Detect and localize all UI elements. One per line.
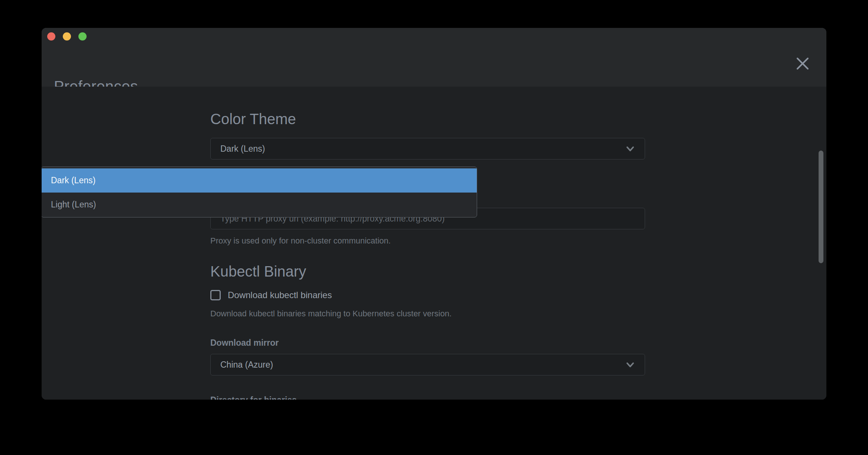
close-button[interactable] (794, 55, 811, 72)
theme-dropdown-menu: Dark (Lens) Light (Lens) (42, 167, 477, 217)
minimize-window-button[interactable] (63, 32, 71, 41)
theme-select-value: Dark (Lens) (220, 144, 265, 154)
dropdown-option-light-lens[interactable]: Light (Lens) (42, 193, 477, 217)
titlebar: Preferences (42, 28, 826, 87)
kubectl-hint-text: Download kubectl binaries matching to Ku… (210, 309, 645, 319)
window-controls (47, 32, 87, 41)
kubectl-binary-heading: Kubectl Binary (210, 263, 645, 280)
dropdown-option-dark-lens[interactable]: Dark (Lens) (42, 168, 477, 193)
zoom-window-button[interactable] (78, 32, 87, 41)
preferences-content: Color Theme Dark (Lens) Dark (Lens) Ligh… (42, 87, 826, 400)
preferences-window: Preferences Color Theme Dark (Lens) Dark… (42, 28, 826, 400)
download-kubectl-checkbox[interactable] (210, 290, 221, 300)
chevron-down-icon (625, 143, 636, 154)
download-kubectl-checkbox-row[interactable]: Download kubectl binaries (210, 290, 645, 300)
mirror-select-value: China (Azure) (220, 360, 273, 370)
theme-select[interactable]: Dark (Lens) (210, 138, 645, 159)
proxy-hint-text: Proxy is used only for non-cluster commu… (210, 236, 645, 246)
download-mirror-label: Download mirror (210, 338, 645, 348)
directory-for-binaries-label: Directory for binaries (210, 395, 645, 400)
close-icon (796, 57, 810, 71)
color-theme-heading: Color Theme (210, 111, 645, 128)
close-window-button[interactable] (47, 32, 55, 41)
chevron-down-icon (625, 359, 636, 370)
download-mirror-select[interactable]: China (Azure) (210, 354, 645, 375)
download-kubectl-label: Download kubectl binaries (228, 290, 332, 300)
vertical-scrollbar-thumb[interactable] (819, 151, 823, 263)
